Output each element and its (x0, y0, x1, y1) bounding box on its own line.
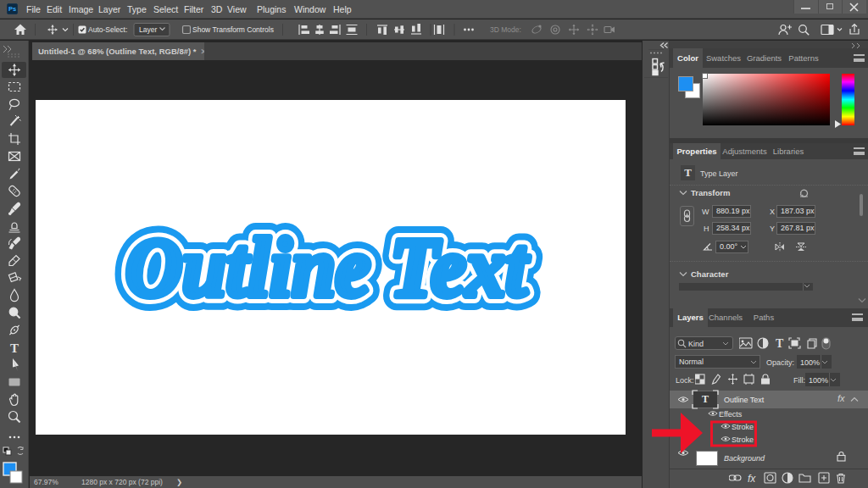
svg-text:3D Mode:: 3D Mode: (490, 25, 521, 34)
svg-text:T: T (10, 341, 19, 355)
svg-text:T: T (776, 337, 784, 350)
svg-text:fx: fx (748, 473, 756, 485)
svg-text:Auto-Select:: Auto-Select: (88, 25, 127, 34)
svg-text:Show Transform Controls: Show Transform Controls (192, 25, 274, 34)
svg-text:Outline Text: Outline Text (125, 220, 530, 314)
svg-text:Layer: Layer (139, 25, 157, 34)
